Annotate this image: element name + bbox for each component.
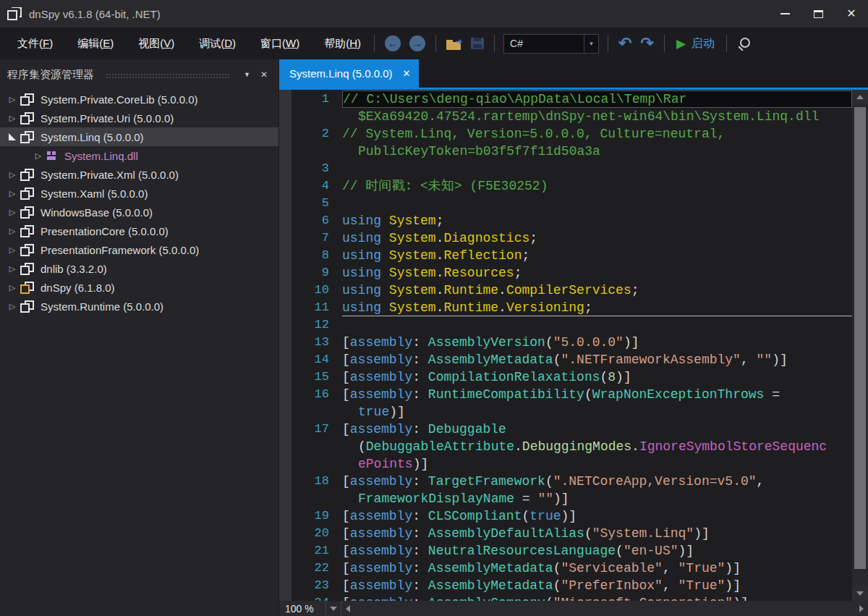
scroll-down-button[interactable] <box>852 586 868 601</box>
tree-item[interactable]: ▷PresentationCore (5.0.0.0) <box>0 221 278 240</box>
expander-icon[interactable]: ▷ <box>32 151 45 161</box>
tree-item[interactable]: ▷WindowsBase (5.0.0.0) <box>0 203 278 221</box>
expander-icon[interactable]: ▷ <box>6 208 19 217</box>
expander-icon[interactable]: ▷ <box>6 227 19 236</box>
tree-item[interactable]: ▷System.Private.CoreLib (5.0.0.0) <box>0 90 278 109</box>
line-number: 18 <box>292 473 342 490</box>
close-button[interactable]: ✕ <box>835 0 868 28</box>
code-text: using System.Reflection; <box>342 247 852 264</box>
menu-e[interactable]: 编辑(E) <box>70 33 121 55</box>
code-row: 23[assembly: AssemblyMetadata("PreferInb… <box>292 577 852 594</box>
code-text: [assembly: AssemblyMetadata("Serviceable… <box>342 560 852 577</box>
line-number: 8 <box>292 247 342 264</box>
tab-close-icon[interactable]: ✕ <box>403 68 411 79</box>
code-row: ePoints)] <box>292 455 852 473</box>
expander-icon[interactable]: ▷ <box>6 95 19 104</box>
toolbar-separator <box>726 35 727 52</box>
arrow-right-icon: → <box>412 38 422 49</box>
start-debugging-button[interactable]: ▶ 启动 <box>676 36 715 51</box>
code-text: true)] <box>342 403 852 421</box>
code-row: 24[assembly: AssemblyCompany("Microsoft … <box>292 594 852 601</box>
expander-icon[interactable]: ▷ <box>6 283 19 292</box>
scroll-up-button[interactable] <box>852 90 868 104</box>
folder-arrow-icon: ➜ <box>456 38 462 46</box>
language-combobox[interactable]: C# ▼ <box>503 34 599 54</box>
triangle-down-icon <box>330 607 337 611</box>
tree-item-label: System.Runtime (5.0.0.0) <box>41 300 163 313</box>
line-number: 10 <box>292 282 342 299</box>
assembly-icon <box>20 244 34 256</box>
vertical-scrollbar-thumb[interactable] <box>854 107 866 569</box>
tree-item[interactable]: ▷System.Private.Xml (5.0.0.0) <box>0 165 278 184</box>
tree-item[interactable]: ▷dnlib (3.3.2.0) <box>0 259 278 278</box>
menu-h[interactable]: 帮助(H) <box>317 33 368 55</box>
menu-d[interactable]: 调试(D) <box>192 33 243 55</box>
code-row: FrameworkDisplayName = "")] <box>292 490 852 507</box>
chevron-down-icon[interactable]: ▼ <box>584 35 598 53</box>
undo-button[interactable]: ↶ <box>618 35 631 51</box>
expander-icon[interactable]: ▷ <box>6 189 19 198</box>
code-row: 8using System.Reflection; <box>292 247 852 264</box>
open-file-button[interactable]: ➜ <box>446 38 462 50</box>
code-row: (DebuggableAttribute.DebuggingModes.Igno… <box>292 438 852 455</box>
code-editor[interactable]: 1// C:\Users\deng-qiao\AppData\Local\Tem… <box>292 90 852 601</box>
code-text: FrameworkDisplayName = "")] <box>342 490 852 507</box>
vertical-scrollbar[interactable] <box>852 90 868 601</box>
scroll-left-button[interactable] <box>346 605 350 612</box>
code-text: [assembly: AssemblyCompany("Microsoft Co… <box>342 594 852 601</box>
expander-icon[interactable]: ▷ <box>6 264 19 274</box>
navigate-back-button[interactable]: ← <box>385 35 401 51</box>
zoom-dropdown-button[interactable] <box>326 601 341 616</box>
search-button[interactable] <box>737 36 752 51</box>
panel-close-button[interactable]: ✕ <box>255 68 273 81</box>
tree-item-label: PresentationFramework (5.0.0.0) <box>41 244 199 256</box>
maximize-button[interactable] <box>801 0 835 28</box>
line-number: 9 <box>292 264 342 282</box>
expander-icon[interactable]: ▷ <box>6 245 19 255</box>
panel-menu-button[interactable]: ▼ <box>239 69 255 80</box>
menu-v[interactable]: 视图(V) <box>131 33 182 55</box>
code-row: 21[assembly: NeutralResourcesLanguage("e… <box>292 542 852 560</box>
zoom-level-selector[interactable]: 100 % <box>279 601 326 616</box>
triangle-down-icon <box>856 591 864 596</box>
code-row: 11using System.Runtime.Versioning; <box>292 299 852 316</box>
line-number: 19 <box>292 507 342 525</box>
tree-item[interactable]: ▷System.Private.Uri (5.0.0.0) <box>0 109 278 127</box>
menu-w[interactable]: 窗口(W) <box>253 33 307 55</box>
minimize-button[interactable] <box>768 0 801 28</box>
code-row: true)] <box>292 403 852 421</box>
tab-system-linq[interactable]: System.Linq (5.0.0.0) ✕ <box>279 59 419 88</box>
zoom-level-value: 100 % <box>285 603 314 615</box>
toolbar-separator <box>608 35 608 52</box>
tree-item[interactable]: ▷dnSpy (6.1.8.0) <box>0 278 278 297</box>
code-row: 14[assembly: AssemblyMetadata(".NETFrame… <box>292 351 852 368</box>
code-row: 7using System.Diagnostics; <box>292 229 852 247</box>
code-text: [assembly: Debuggable <box>342 421 852 438</box>
code-text: [assembly: TargetFramework(".NETCoreApp,… <box>342 473 852 490</box>
tree-item[interactable]: ▷System.Xaml (5.0.0.0) <box>0 184 278 203</box>
line-number: 11 <box>292 299 342 316</box>
code-row: 18[assembly: TargetFramework(".NETCoreAp… <box>292 473 852 490</box>
save-icon <box>471 38 484 49</box>
menu-f[interactable]: 文件(F) <box>10 33 60 55</box>
horizontal-scrollbar[interactable] <box>341 601 868 616</box>
code-text: (DebuggableAttribute.DebuggingModes.Igno… <box>342 438 852 455</box>
tab-title: System.Linq (5.0.0.0) <box>289 67 393 80</box>
tree-item[interactable]: ▷PresentationFramework (5.0.0.0) <box>0 240 278 259</box>
expander-icon[interactable]: ▷ <box>6 170 19 180</box>
expander-icon[interactable] <box>6 133 19 140</box>
tree-item[interactable]: ▷System.Linq.dll <box>0 146 278 165</box>
redo-button[interactable]: ↷ <box>641 35 654 51</box>
scroll-right-button[interactable] <box>859 605 864 612</box>
code-row: 4// 时间戳: <未知> (F5E30252) <box>292 177 852 195</box>
window-controls: ✕ <box>768 0 868 28</box>
tree-item[interactable]: System.Linq (5.0.0.0) <box>0 127 278 146</box>
expander-icon[interactable]: ▷ <box>6 114 19 123</box>
line-number: 22 <box>292 560 342 577</box>
expander-icon[interactable]: ▷ <box>6 302 19 311</box>
save-all-button[interactable] <box>471 38 484 49</box>
line-number: 5 <box>292 195 342 212</box>
navigate-forward-button[interactable]: → <box>409 35 425 51</box>
toolbar-separator <box>494 35 495 52</box>
tree-item[interactable]: ▷System.Runtime (5.0.0.0) <box>0 297 278 316</box>
